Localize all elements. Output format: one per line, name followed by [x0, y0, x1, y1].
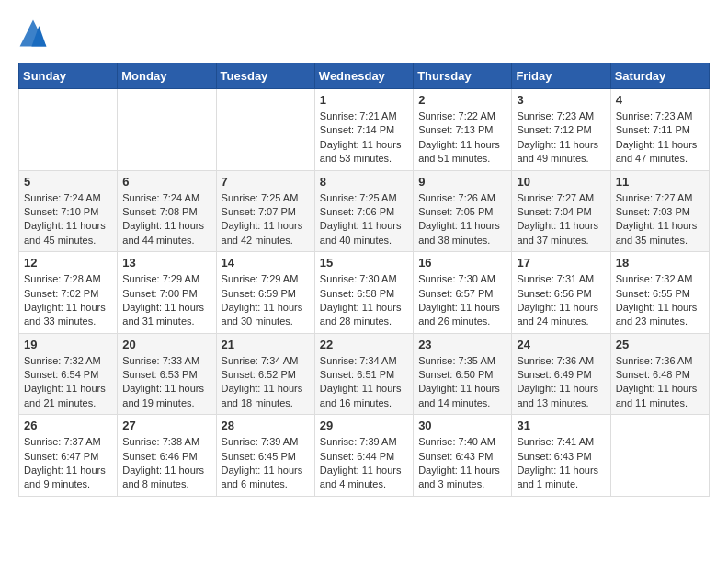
day-detail: Sunrise: 7:30 AMSunset: 6:58 PMDaylight:…: [320, 272, 408, 329]
day-detail: Sunrise: 7:21 AMSunset: 7:14 PMDaylight:…: [320, 109, 408, 167]
calendar-cell: 8 Sunrise: 7:25 AMSunset: 7:06 PMDayligh…: [314, 170, 413, 252]
calendar-week-row: 1 Sunrise: 7:21 AMSunset: 7:14 PMDayligh…: [19, 89, 710, 171]
day-number: 15: [320, 256, 408, 270]
calendar-cell: 23 Sunrise: 7:35 AMSunset: 6:50 PMDaylig…: [414, 333, 512, 415]
calendar-cell: 25 Sunrise: 7:36 AMSunset: 6:48 PMDaylig…: [610, 333, 709, 415]
header: [18, 18, 710, 48]
day-detail: Sunrise: 7:23 AMSunset: 7:12 PMDaylight:…: [517, 109, 605, 167]
day-detail: Sunrise: 7:39 AMSunset: 6:45 PMDaylight:…: [222, 435, 310, 492]
calendar-week-row: 5 Sunrise: 7:24 AMSunset: 7:10 PMDayligh…: [19, 170, 710, 252]
day-detail: Sunrise: 7:26 AMSunset: 7:05 PMDaylight:…: [418, 191, 506, 248]
calendar-cell: 2 Sunrise: 7:22 AMSunset: 7:13 PMDayligh…: [414, 89, 512, 171]
calendar-week-row: 19 Sunrise: 7:32 AMSunset: 6:54 PMDaylig…: [19, 333, 710, 415]
day-detail: Sunrise: 7:34 AMSunset: 6:52 PMDaylight:…: [222, 354, 310, 411]
day-detail: Sunrise: 7:28 AMSunset: 7:02 PMDaylight:…: [24, 272, 112, 329]
day-detail: Sunrise: 7:27 AMSunset: 7:04 PMDaylight:…: [517, 191, 605, 248]
day-number: 16: [418, 256, 506, 270]
day-detail: Sunrise: 7:41 AMSunset: 6:43 PMDaylight:…: [517, 435, 605, 492]
day-detail: Sunrise: 7:36 AMSunset: 6:49 PMDaylight:…: [517, 354, 605, 411]
day-detail: Sunrise: 7:36 AMSunset: 6:48 PMDaylight:…: [616, 354, 704, 411]
day-number: 3: [517, 93, 605, 107]
weekday-header-row: SundayMondayTuesdayWednesdayThursdayFrid…: [19, 63, 710, 89]
day-number: 20: [122, 338, 210, 351]
day-number: 10: [517, 175, 605, 189]
calendar-cell: 1 Sunrise: 7:21 AMSunset: 7:14 PMDayligh…: [314, 89, 413, 171]
calendar-cell: 3 Sunrise: 7:23 AMSunset: 7:12 PMDayligh…: [512, 89, 610, 171]
calendar-cell: 12 Sunrise: 7:28 AMSunset: 7:02 PMDaylig…: [19, 252, 118, 334]
weekday-header: Tuesday: [216, 63, 314, 89]
day-detail: Sunrise: 7:29 AMSunset: 7:00 PMDaylight:…: [122, 272, 210, 329]
calendar-cell: 22 Sunrise: 7:34 AMSunset: 6:51 PMDaylig…: [314, 333, 413, 415]
day-detail: Sunrise: 7:24 AMSunset: 7:10 PMDaylight:…: [24, 191, 112, 248]
day-number: 24: [517, 338, 605, 351]
calendar-cell: 7 Sunrise: 7:25 AMSunset: 7:07 PMDayligh…: [216, 170, 314, 252]
day-number: 12: [24, 256, 112, 270]
calendar-cell: 21 Sunrise: 7:34 AMSunset: 6:52 PMDaylig…: [216, 333, 314, 415]
calendar-cell: [610, 415, 709, 497]
calendar-cell: 10 Sunrise: 7:27 AMSunset: 7:04 PMDaylig…: [512, 170, 610, 252]
day-number: 4: [616, 93, 704, 107]
day-number: 17: [517, 256, 605, 270]
day-number: 31: [517, 419, 605, 432]
day-number: 6: [122, 175, 210, 189]
day-detail: Sunrise: 7:30 AMSunset: 6:57 PMDaylight:…: [418, 272, 506, 329]
calendar-cell: 26 Sunrise: 7:37 AMSunset: 6:47 PMDaylig…: [19, 415, 118, 497]
day-detail: Sunrise: 7:24 AMSunset: 7:08 PMDaylight:…: [122, 191, 210, 248]
weekday-header: Wednesday: [314, 63, 413, 89]
calendar-cell: 19 Sunrise: 7:32 AMSunset: 6:54 PMDaylig…: [19, 333, 118, 415]
logo: [18, 18, 51, 48]
calendar-week-row: 26 Sunrise: 7:37 AMSunset: 6:47 PMDaylig…: [19, 415, 710, 497]
day-number: 5: [24, 175, 112, 189]
day-detail: Sunrise: 7:34 AMSunset: 6:51 PMDaylight:…: [320, 354, 408, 411]
calendar-cell: 6 Sunrise: 7:24 AMSunset: 7:08 PMDayligh…: [118, 170, 216, 252]
day-detail: Sunrise: 7:25 AMSunset: 7:06 PMDaylight:…: [320, 191, 408, 248]
calendar-cell: 28 Sunrise: 7:39 AMSunset: 6:45 PMDaylig…: [216, 415, 314, 497]
calendar-cell: 16 Sunrise: 7:30 AMSunset: 6:57 PMDaylig…: [414, 252, 512, 334]
day-detail: Sunrise: 7:27 AMSunset: 7:03 PMDaylight:…: [616, 191, 704, 248]
day-number: 13: [122, 256, 210, 270]
calendar-cell: [118, 89, 216, 171]
weekday-header: Saturday: [610, 63, 709, 89]
day-detail: Sunrise: 7:31 AMSunset: 6:56 PMDaylight:…: [517, 272, 605, 329]
day-number: 22: [320, 338, 408, 351]
calendar-cell: 31 Sunrise: 7:41 AMSunset: 6:43 PMDaylig…: [512, 415, 610, 497]
day-number: 28: [222, 419, 310, 432]
day-number: 8: [320, 175, 408, 189]
day-number: 7: [222, 175, 310, 189]
day-detail: Sunrise: 7:32 AMSunset: 6:54 PMDaylight:…: [24, 354, 112, 411]
day-number: 2: [418, 93, 506, 107]
day-number: 18: [616, 256, 704, 270]
calendar-cell: 15 Sunrise: 7:30 AMSunset: 6:58 PMDaylig…: [314, 252, 413, 334]
day-detail: Sunrise: 7:35 AMSunset: 6:50 PMDaylight:…: [418, 354, 506, 411]
day-detail: Sunrise: 7:37 AMSunset: 6:47 PMDaylight:…: [24, 435, 112, 492]
calendar-cell: 30 Sunrise: 7:40 AMSunset: 6:43 PMDaylig…: [414, 415, 512, 497]
calendar-cell: 20 Sunrise: 7:33 AMSunset: 6:53 PMDaylig…: [118, 333, 216, 415]
calendar-cell: [19, 89, 118, 171]
weekday-header: Monday: [118, 63, 216, 89]
day-detail: Sunrise: 7:39 AMSunset: 6:44 PMDaylight:…: [320, 435, 408, 492]
logo-icon: [18, 18, 48, 48]
day-number: 1: [320, 93, 408, 107]
calendar-cell: 14 Sunrise: 7:29 AMSunset: 6:59 PMDaylig…: [216, 252, 314, 334]
calendar-cell: 11 Sunrise: 7:27 AMSunset: 7:03 PMDaylig…: [610, 170, 709, 252]
day-number: 25: [616, 338, 704, 351]
day-number: 19: [24, 338, 112, 351]
day-number: 23: [418, 338, 506, 351]
calendar-cell: 9 Sunrise: 7:26 AMSunset: 7:05 PMDayligh…: [414, 170, 512, 252]
weekday-header: Thursday: [414, 63, 512, 89]
day-number: 27: [122, 419, 210, 432]
calendar-cell: 24 Sunrise: 7:36 AMSunset: 6:49 PMDaylig…: [512, 333, 610, 415]
day-detail: Sunrise: 7:32 AMSunset: 6:55 PMDaylight:…: [616, 272, 704, 329]
calendar-week-row: 12 Sunrise: 7:28 AMSunset: 7:02 PMDaylig…: [19, 252, 710, 334]
day-detail: Sunrise: 7:22 AMSunset: 7:13 PMDaylight:…: [418, 109, 506, 167]
calendar-cell: 13 Sunrise: 7:29 AMSunset: 7:00 PMDaylig…: [118, 252, 216, 334]
calendar-cell: 29 Sunrise: 7:39 AMSunset: 6:44 PMDaylig…: [314, 415, 413, 497]
calendar-cell: 17 Sunrise: 7:31 AMSunset: 6:56 PMDaylig…: [512, 252, 610, 334]
calendar-cell: 18 Sunrise: 7:32 AMSunset: 6:55 PMDaylig…: [610, 252, 709, 334]
calendar-cell: 27 Sunrise: 7:38 AMSunset: 6:46 PMDaylig…: [118, 415, 216, 497]
day-number: 26: [24, 419, 112, 432]
day-detail: Sunrise: 7:38 AMSunset: 6:46 PMDaylight:…: [122, 435, 210, 492]
calendar-cell: 4 Sunrise: 7:23 AMSunset: 7:11 PMDayligh…: [610, 89, 709, 171]
weekday-header: Sunday: [19, 63, 118, 89]
day-detail: Sunrise: 7:25 AMSunset: 7:07 PMDaylight:…: [222, 191, 310, 248]
